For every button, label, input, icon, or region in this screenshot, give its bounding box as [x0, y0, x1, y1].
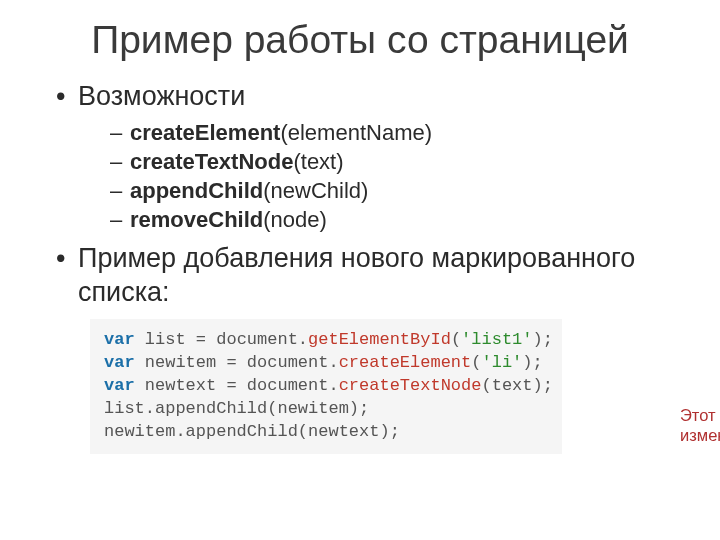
code-fn: createElement: [339, 353, 472, 372]
code-fn: createTextNode: [339, 376, 482, 395]
api-name: createElement: [130, 120, 280, 145]
code-text: );: [522, 353, 542, 372]
slide: Пример работы со страницей Возможности c…: [0, 0, 720, 454]
code-text: newtext = document.: [135, 376, 339, 395]
code-text: newitem = document.: [135, 353, 339, 372]
code-text: list = document.: [135, 330, 308, 349]
bullet-capabilities: Возможности createElement(elementName) c…: [54, 80, 672, 234]
code-line: list.appendChild(newitem);: [104, 399, 369, 418]
api-name: removeChild: [130, 207, 263, 232]
api-arg: (node): [263, 207, 327, 232]
code-fn: getElementById: [308, 330, 451, 349]
api-arg: (elementName): [280, 120, 432, 145]
code-string: 'li': [481, 353, 522, 372]
api-item: createElement(elementName): [110, 118, 672, 147]
code-text: (: [481, 376, 491, 395]
api-item: createTextNode(text): [110, 147, 672, 176]
api-name: appendChild: [130, 178, 263, 203]
slide-title: Пример работы со страницей: [48, 18, 672, 62]
bullet-list: Возможности createElement(elementName) c…: [54, 80, 672, 309]
code-keyword: var: [104, 376, 135, 395]
api-item: appendChild(newChild): [110, 176, 672, 205]
side-note: Этот скрипт изменяет DOM: [680, 405, 720, 446]
code-arg: text: [492, 376, 533, 395]
code-line: newitem.appendChild(newtext);: [104, 422, 400, 441]
code-keyword: var: [104, 353, 135, 372]
api-item: removeChild(node): [110, 205, 672, 234]
code-keyword: var: [104, 330, 135, 349]
code-string: 'list1': [461, 330, 532, 349]
code-block: var list = document.getElementById('list…: [90, 319, 562, 454]
bullet-text: Пример добавления нового маркированного …: [78, 243, 635, 307]
api-name: createTextNode: [130, 149, 293, 174]
bullet-text: Возможности: [78, 81, 245, 111]
api-list: createElement(elementName) createTextNod…: [110, 118, 672, 234]
code-text: (: [451, 330, 461, 349]
code-text: );: [533, 330, 553, 349]
code-text: );: [533, 376, 553, 395]
code-text: (: [471, 353, 481, 372]
bullet-example: Пример добавления нового маркированного …: [54, 242, 672, 310]
api-arg: (text): [293, 149, 343, 174]
api-arg: (newChild): [263, 178, 368, 203]
code-area: var list = document.getElementById('list…: [90, 319, 672, 454]
